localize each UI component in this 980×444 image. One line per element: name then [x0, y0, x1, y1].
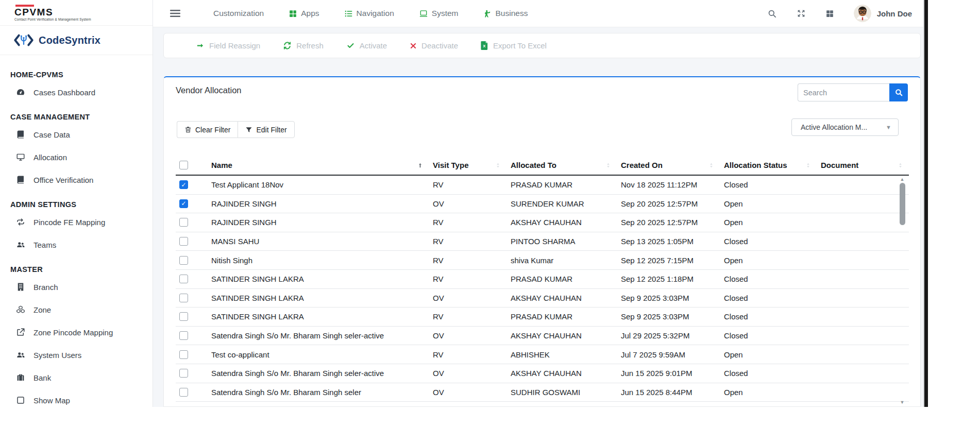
x-icon: [410, 42, 417, 49]
sidebar-item-show-map[interactable]: Show Map: [0, 389, 153, 407]
row-checkbox[interactable]: [179, 294, 188, 302]
sidebar-item-pincode-fe-mapping[interactable]: Pincode FE Mapping: [0, 211, 153, 233]
cell-name: Nitish Singh: [208, 256, 429, 265]
table-row[interactable]: Test Applicant 18Nov RV PRASAD KUMAR Nov…: [176, 176, 909, 195]
table-row[interactable]: RAJINDER SINGH OV SURENDER KUMAR Sep 20 …: [176, 195, 909, 214]
section-title-case-management: CASE MANAGEMENT: [0, 113, 153, 121]
table-row[interactable]: RAJINDER SINGH RV AKSHAY CHAUHAN Sep 20 …: [176, 213, 909, 232]
column-header-document[interactable]: Document: [817, 161, 909, 169]
column-header-visit-type[interactable]: Visit Type: [429, 161, 507, 169]
table-scrollbar[interactable]: ▲ ▼: [898, 176, 906, 408]
sidebar-item-teams[interactable]: Teams: [0, 233, 153, 256]
table-row[interactable]: SATINDER SINGH LAKRA RV PRASAD KUMAR Sep…: [176, 308, 909, 327]
scroll-down-icon[interactable]: ▼: [898, 400, 906, 405]
sidebar-item-case-data[interactable]: Case Data: [0, 123, 153, 146]
row-checkbox[interactable]: [179, 312, 188, 321]
edit-filter-button[interactable]: Edit Filter: [238, 121, 294, 138]
sidebar-item-bank[interactable]: Bank: [0, 366, 153, 389]
expand-icon[interactable]: [797, 9, 806, 18]
cpvms-logo[interactable]: CPVMS Contact Point Verification & Manag…: [0, 0, 153, 26]
menu-navigation[interactable]: Navigation: [344, 9, 394, 18]
sidebar-item-label: Cases Dashboard: [33, 88, 95, 97]
sidebar-item-zone[interactable]: Zone: [0, 298, 153, 321]
cell-allocation-status: Closed: [720, 237, 817, 246]
row-checkbox[interactable]: [179, 331, 188, 340]
allocation-mode-dropdown[interactable]: Active Allocation M... ▼: [791, 118, 899, 136]
menu-customization[interactable]: Customization: [213, 9, 264, 18]
field-reassign-button[interactable]: Field Reassign: [196, 41, 260, 50]
codesyntrix-icon: [13, 33, 34, 47]
row-checkbox[interactable]: [179, 256, 188, 265]
column-header-allocation-status[interactable]: Allocation Status: [720, 161, 817, 169]
menu-system[interactable]: System: [419, 9, 459, 18]
row-checkbox[interactable]: [179, 350, 188, 359]
row-checkbox[interactable]: [179, 369, 188, 378]
activate-button[interactable]: Activate: [346, 41, 387, 50]
table-row[interactable]: Test co-applicant RV ABHISHEK Jul 7 2025…: [176, 345, 909, 364]
table-row[interactable]: Satendra Singh S/o Mr. Bharam Singh sele…: [176, 327, 909, 346]
sidebar-item-allocation[interactable]: Allocation: [0, 146, 153, 168]
sidebar-item-zone-pincode-mapping[interactable]: Zone Pincode Mapping: [0, 321, 153, 344]
row-checkbox[interactable]: [179, 180, 188, 189]
cell-allocated-to: PRASAD KUMAR: [507, 180, 617, 189]
sidebar-item-label: Show Map: [33, 396, 70, 405]
search-icon[interactable]: [767, 9, 777, 19]
cell-allocated-to: PINTOO SHARMA: [507, 237, 617, 246]
clear-filter-button[interactable]: Clear Filter: [177, 121, 238, 138]
desktop-icon: [15, 152, 26, 162]
cell-created-on: Jul 29 2025 5:32PM: [617, 331, 720, 340]
column-header-name[interactable]: Name: [208, 161, 429, 169]
action-label: Refresh: [296, 41, 324, 50]
scrollbar-thumb[interactable]: [900, 183, 905, 225]
table-header-row: Name Visit Type Allocated To Cr: [176, 156, 909, 176]
book-icon: [15, 129, 26, 140]
building-icon: [15, 282, 26, 292]
column-header-allocated-to[interactable]: Allocated To: [507, 161, 617, 169]
table-row[interactable]: Nitish Singh RV shiva Kumar Sep 12 2025 …: [176, 251, 909, 270]
row-checkbox[interactable]: [179, 388, 188, 397]
row-checkbox[interactable]: [179, 237, 188, 246]
sidebar-item-cases-dashboard[interactable]: Cases Dashboard: [0, 81, 153, 104]
deactivate-button[interactable]: Deactivate: [410, 41, 458, 50]
column-header-created-on[interactable]: Created On: [617, 161, 720, 169]
table-row[interactable]: Satendra Singh S/o Mr. Bharam Singh sele…: [176, 364, 909, 383]
hamburger-menu-icon[interactable]: [170, 9, 180, 18]
table-row[interactable]: Satendra Singh S/o Mr. Bharam Singh sele…: [176, 383, 909, 402]
export-to-excel-button[interactable]: X Export To Excel: [481, 41, 547, 50]
user-name: John Doe: [877, 9, 912, 18]
user-menu[interactable]: John Doe: [854, 5, 912, 22]
cell-allocation-status: Closed: [720, 369, 817, 378]
sidebar-item-label: Bank: [33, 373, 51, 382]
cell-allocation-status: Closed: [720, 275, 817, 283]
sidebar: CPVMS Contact Point Verification & Manag…: [0, 0, 153, 407]
refresh-button[interactable]: Refresh: [283, 41, 324, 50]
cell-visit-type: OV: [429, 294, 507, 302]
cell-allocated-to: AKSHAY CHAUHAN: [507, 294, 617, 302]
table-row[interactable]: MANSI SAHU RV PINTOO SHARMA Sep 13 2025 …: [176, 232, 909, 251]
cell-visit-type: RV: [429, 218, 507, 227]
sidebar-item-system-users[interactable]: System Users: [0, 344, 153, 366]
row-checkbox[interactable]: [179, 218, 188, 227]
cell-visit-type: OV: [429, 369, 507, 378]
sidebar-item-branch[interactable]: Branch: [0, 276, 153, 298]
sidebar-item-office-verification[interactable]: Office Verification: [0, 168, 153, 191]
codesyntrix-logo[interactable]: CodeSyntrix: [0, 26, 153, 55]
cell-name: Test Applicant 18Nov: [208, 180, 429, 189]
row-checkbox[interactable]: [179, 275, 188, 283]
select-all-checkbox[interactable]: [179, 161, 188, 169]
table-row[interactable]: SATINDER SINGH LAKRA OV AKSHAY CHAUHAN S…: [176, 289, 909, 308]
search-input[interactable]: [798, 83, 889, 101]
scroll-up-icon[interactable]: ▲: [898, 177, 906, 182]
menu-business[interactable]: Business: [483, 9, 528, 18]
cell-allocation-status: Closed: [720, 294, 817, 302]
cell-name: Test co-applicant: [208, 350, 429, 359]
row-checkbox[interactable]: [179, 199, 188, 208]
section-title-home: HOME-CPVMS: [0, 71, 153, 79]
page-scrollbar[interactable]: [923, 0, 928, 407]
menu-apps[interactable]: Apps: [289, 9, 319, 18]
search-button[interactable]: [889, 83, 908, 101]
table-row[interactable]: SATINDER SINGH LAKRA RV PRASAD KUMAR Sep…: [176, 270, 909, 289]
cell-allocated-to: PRASAD KUMAR: [507, 275, 617, 283]
grid-icon[interactable]: [825, 9, 834, 18]
cell-name: RAJINDER SINGH: [208, 218, 429, 227]
